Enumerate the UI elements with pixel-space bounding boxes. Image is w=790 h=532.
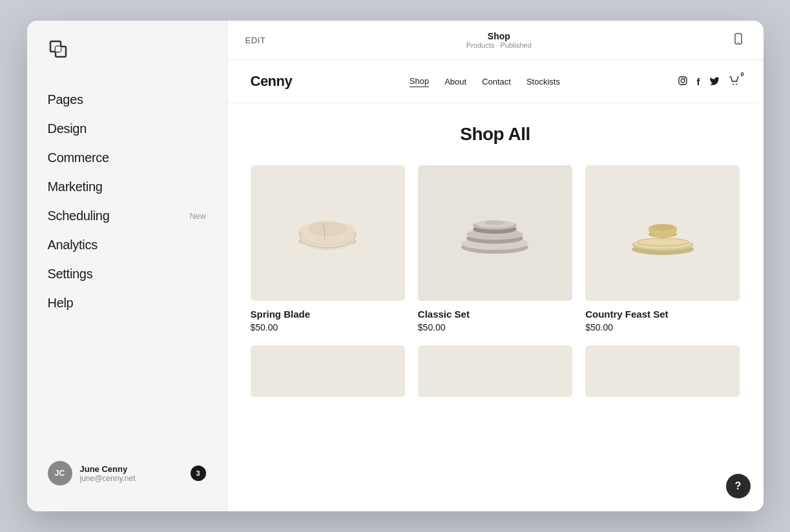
product-name-country-feast: Country Feast Set <box>585 309 740 320</box>
sidebar-item-analytics[interactable]: Analytics <box>27 230 227 260</box>
user-info: June Cenny june@cenny.net <box>80 464 183 483</box>
avatar[interactable]: JC <box>48 461 72 486</box>
svg-rect-2 <box>56 46 61 52</box>
product-card-classic-set[interactable]: Classic Set $50.00 <box>418 165 572 332</box>
preview-wrapper: Cenny Shop About Contact Stockists <box>227 60 764 511</box>
product-image-classic-set <box>418 165 572 301</box>
product-card-empty-2[interactable] <box>418 345 572 405</box>
preview-brand: Cenny <box>251 73 293 90</box>
preview-nav: Cenny Shop About Contact Stockists <box>227 60 764 103</box>
product-image-empty-2 <box>418 345 572 397</box>
product-image-country-feast <box>585 165 740 301</box>
app-window: Pages Design Commerce Marketing Scheduli… <box>27 21 764 511</box>
sidebar: Pages Design Commerce Marketing Scheduli… <box>27 21 227 511</box>
product-image-spring-blade <box>251 165 405 301</box>
sidebar-item-label: Analytics <box>48 238 98 252</box>
sidebar-item-label: Pages <box>48 92 83 107</box>
sidebar-item-label: Marketing <box>48 179 103 194</box>
product-card-empty-3[interactable] <box>585 345 740 405</box>
twitter-icon[interactable] <box>709 76 720 88</box>
sidebar-item-label: Design <box>48 121 87 136</box>
topbar-subtitle: Products · Published <box>466 41 532 49</box>
help-button[interactable]: ? <box>726 474 751 498</box>
topbar-title: Shop <box>466 31 532 41</box>
scheduling-new-badge: New <box>189 211 205 221</box>
feast-svg <box>614 201 711 265</box>
products-grid: Spring Blade $50.00 <box>251 165 740 405</box>
product-card-empty-1[interactable] <box>251 345 405 405</box>
preview-nav-contact[interactable]: Contact <box>482 77 511 87</box>
preview-area: Cenny Shop About Contact Stockists <box>227 60 764 511</box>
shop-all-title: Shop All <box>251 124 740 145</box>
user-email: june@cenny.net <box>80 474 183 483</box>
mobile-icon[interactable] <box>732 32 745 48</box>
svg-point-24 <box>652 224 673 230</box>
sidebar-item-settings[interactable]: Settings <box>27 260 227 289</box>
svg-point-8 <box>733 83 734 85</box>
sidebar-item-design[interactable]: Design <box>27 114 227 143</box>
preview-nav-about[interactable]: About <box>444 77 466 87</box>
user-name: June Cenny <box>80 464 183 474</box>
sidebar-item-help[interactable]: Help <box>27 289 227 318</box>
sidebar-item-scheduling[interactable]: Scheduling New <box>27 201 227 230</box>
product-card-spring-blade[interactable]: Spring Blade $50.00 <box>251 165 405 332</box>
svg-point-7 <box>684 77 685 78</box>
product-image-empty-3 <box>585 345 740 397</box>
sidebar-item-pages[interactable]: Pages <box>27 85 227 114</box>
svg-point-9 <box>736 83 737 85</box>
svg-rect-5 <box>679 77 687 85</box>
preview-nav-shop[interactable]: Shop <box>410 76 429 87</box>
sidebar-item-commerce[interactable]: Commerce <box>27 143 227 172</box>
instagram-icon[interactable] <box>678 76 688 88</box>
main-panel: EDIT Shop Products · Published Cenny Sho… <box>227 21 764 511</box>
sidebar-item-label: Scheduling <box>48 209 110 223</box>
preview-nav-stockists[interactable]: Stockists <box>526 77 560 87</box>
sidebar-item-label: Commerce <box>48 150 109 165</box>
sidebar-item-marketing[interactable]: Marketing <box>27 172 227 201</box>
svg-point-6 <box>681 79 685 83</box>
squarespace-logo-icon <box>48 39 71 62</box>
preview-content: Shop All <box>227 103 764 425</box>
svg-point-19 <box>484 221 505 225</box>
sidebar-item-label: Help <box>48 296 74 311</box>
plates-svg <box>446 201 543 265</box>
svg-point-4 <box>738 41 740 43</box>
sidebar-item-label: Settings <box>48 267 93 281</box>
topbar: EDIT Shop Products · Published <box>227 21 764 60</box>
sidebar-footer: JC June Cenny june@cenny.net 3 <box>27 451 227 496</box>
product-price-classic-set: $50.00 <box>418 322 572 332</box>
product-price-country-feast: $50.00 <box>585 322 740 332</box>
cart-icon[interactable]: 0 <box>729 75 740 88</box>
product-image-empty-1 <box>251 345 405 397</box>
cart-count: 0 <box>740 71 743 77</box>
product-name-spring-blade: Spring Blade <box>251 309 405 320</box>
preview-nav-links: Shop About Contact Stockists <box>410 76 560 87</box>
product-card-country-feast[interactable]: Country Feast Set $50.00 <box>585 165 740 332</box>
notifications-badge[interactable]: 3 <box>191 466 206 481</box>
preview-nav-icons: f <box>678 75 740 88</box>
product-name-classic-set: Classic Set <box>418 309 572 320</box>
edit-label[interactable]: EDIT <box>245 36 266 45</box>
topbar-center: Shop Products · Published <box>466 31 532 49</box>
bowl-svg <box>286 204 369 262</box>
sidebar-nav: Pages Design Commerce Marketing Scheduli… <box>27 85 227 451</box>
svg-point-11 <box>308 221 347 236</box>
facebook-icon[interactable]: f <box>697 76 700 87</box>
sidebar-logo <box>27 39 227 85</box>
product-price-spring-blade: $50.00 <box>251 322 405 332</box>
